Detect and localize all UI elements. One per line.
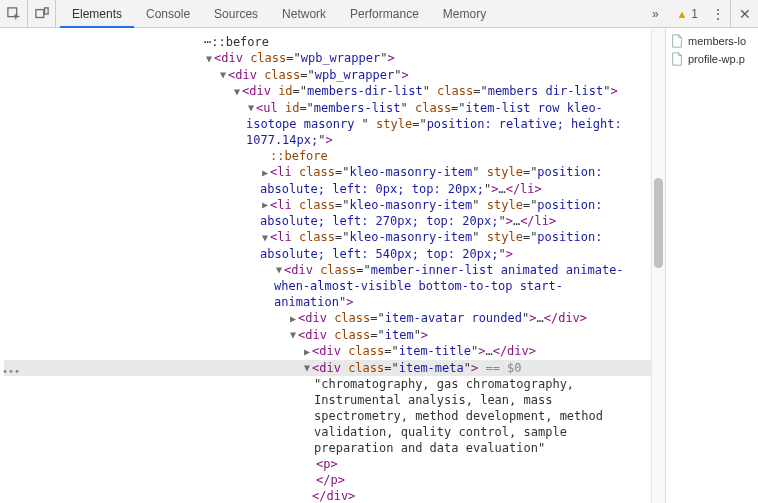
tree-row-selected[interactable]: ▼<div class="item-meta"> == $0 bbox=[4, 360, 651, 377]
tree-row[interactable]: ▶<div class="item-avatar rounded">…</div… bbox=[4, 310, 651, 327]
tree-row[interactable]: ▼<div id="members-dir-list" class="membe… bbox=[4, 83, 651, 100]
tab-memory[interactable]: Memory bbox=[431, 0, 498, 28]
expand-toggle[interactable]: ▼ bbox=[232, 84, 242, 100]
expand-toggle[interactable]: ▼ bbox=[204, 51, 214, 67]
tree-row[interactable]: ▶<li class="kleo-masonry-item" style="po… bbox=[4, 164, 634, 197]
tree-row[interactable]: </p> bbox=[4, 472, 651, 488]
file-icon bbox=[670, 52, 684, 66]
expand-toggle[interactable]: ▶ bbox=[260, 197, 270, 213]
scrollbar[interactable] bbox=[651, 28, 665, 503]
file-item[interactable]: profile-wp.p bbox=[666, 50, 758, 68]
inspect-icon[interactable] bbox=[0, 0, 28, 28]
tree-row[interactable]: <p> bbox=[4, 456, 651, 472]
expand-toggle[interactable]: ▼ bbox=[260, 230, 270, 246]
tab-elements[interactable]: Elements bbox=[60, 0, 134, 28]
file-sidebar: members-lo profile-wp.p bbox=[665, 28, 758, 503]
devtools-toolbar: Elements Console Sources Network Perform… bbox=[0, 0, 758, 28]
elements-tree[interactable]: ••• ⋯::before ▼<div class="wpb_wrapper">… bbox=[0, 28, 651, 503]
tabs-overflow[interactable]: » bbox=[642, 7, 668, 21]
row-overflow-icon[interactable]: ••• bbox=[0, 364, 20, 380]
tree-text-node[interactable]: "chromatography, gas chromatography, Ins… bbox=[4, 376, 614, 456]
warning-count: 1 bbox=[691, 7, 698, 21]
file-item[interactable]: members-lo bbox=[666, 32, 758, 50]
svg-rect-1 bbox=[35, 9, 43, 17]
warning-icon: ▲ bbox=[676, 8, 687, 20]
file-label: profile-wp.p bbox=[688, 53, 745, 65]
expand-toggle[interactable]: ▼ bbox=[302, 360, 312, 376]
tab-bar: Elements Console Sources Network Perform… bbox=[56, 0, 498, 28]
tab-console[interactable]: Console bbox=[134, 0, 202, 28]
expand-toggle[interactable]: ▼ bbox=[288, 327, 298, 343]
tree-row[interactable]: ▶<li class="kleo-masonry-item" style="po… bbox=[4, 197, 634, 230]
device-icon[interactable] bbox=[28, 0, 56, 28]
expand-toggle[interactable]: ▶ bbox=[302, 344, 312, 360]
file-label: members-lo bbox=[688, 35, 746, 47]
tree-pseudo[interactable]: ::before bbox=[4, 148, 651, 164]
tab-performance[interactable]: Performance bbox=[338, 0, 431, 28]
tree-row[interactable]: ▼<div class="member-inner-list animated … bbox=[4, 262, 634, 311]
close-devtools[interactable]: ✕ bbox=[730, 0, 758, 28]
scrollbar-thumb[interactable] bbox=[654, 178, 663, 268]
expand-toggle[interactable]: ▼ bbox=[218, 67, 228, 83]
tree-row[interactable]: ▼<div class="wpb_wrapper"> bbox=[4, 50, 651, 67]
tree-row[interactable]: </div> bbox=[4, 488, 651, 503]
expand-toggle[interactable]: ▶ bbox=[288, 311, 298, 327]
expand-toggle[interactable]: ▼ bbox=[274, 262, 284, 278]
tree-row[interactable]: ⋯::before bbox=[4, 34, 651, 50]
expand-toggle[interactable]: ▼ bbox=[246, 100, 256, 116]
file-icon bbox=[670, 34, 684, 48]
tree-row[interactable]: ▶<div class="item-title">…</div> bbox=[4, 343, 651, 360]
expand-toggle[interactable]: ▶ bbox=[260, 165, 270, 181]
tab-network[interactable]: Network bbox=[270, 0, 338, 28]
tab-sources[interactable]: Sources bbox=[202, 0, 270, 28]
tree-row[interactable]: ▼<div class="wpb_wrapper"> bbox=[4, 67, 651, 84]
svg-rect-2 bbox=[44, 7, 48, 13]
tree-row[interactable]: ▼<div class="item"> bbox=[4, 327, 651, 344]
settings-menu[interactable]: ⋮ bbox=[706, 6, 730, 22]
tree-row[interactable]: ▼<li class="kleo-masonry-item" style="po… bbox=[4, 229, 634, 262]
warnings-badge[interactable]: ▲ 1 bbox=[668, 7, 706, 21]
tree-row[interactable]: ▼<ul id="members-list" class="item-list … bbox=[4, 100, 634, 149]
